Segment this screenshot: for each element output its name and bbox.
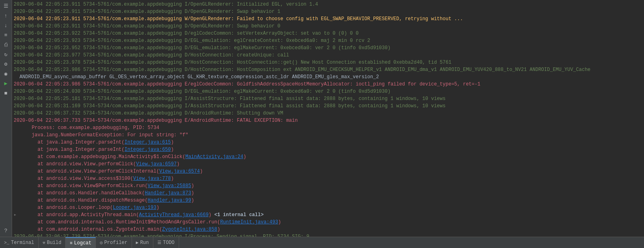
tab-profiler-label: Profiler	[104, 240, 128, 246]
stack-link[interactable]: ActivityThread.java:6669	[139, 212, 208, 218]
log-line: at com.android.internal.os.ZygoteInit.ma…	[14, 226, 642, 233]
stack-link[interactable]: Handler.java:99	[148, 198, 191, 203]
log-line: at android.view.View$PerformClick.run(Vi…	[14, 182, 642, 190]
tab-build-label: Build	[47, 240, 61, 246]
log-line: Process: com.example.appdebugging, PID: …	[14, 124, 642, 131]
help-icon[interactable]: ?	[2, 226, 10, 235]
log-line: ▸ at android.app.ActivityThread.main(Act…	[14, 211, 642, 219]
build-icon: ⚒	[43, 240, 45, 245]
log-line: 2020-06-04 22:06:37.733 5734-5734/com.ex…	[14, 117, 642, 124]
log-line: 2020-06-04 22:05:23.922 5734-5761/com.ex…	[14, 30, 642, 37]
print-icon[interactable]: ⎙	[2, 40, 10, 49]
stop-icon[interactable]: ■	[2, 89, 10, 98]
run-icon: ▶	[136, 240, 139, 245]
log-line: 2020-06-04 22:05:23.911 5734-5761/com.ex…	[14, 8, 642, 15]
stack-link[interactable]: View.java:6574	[159, 169, 200, 174]
refresh-icon[interactable]: ↻	[2, 50, 10, 59]
stack-link[interactable]: Integer.java:615	[124, 140, 171, 145]
log-line: 2020-06-04 22:05:23.923 5734-5761/com.ex…	[14, 37, 642, 44]
camera-icon[interactable]: ◉	[2, 69, 10, 78]
log-line: 2020-06-04 22:05:23.986 5734-5761/com.ex…	[14, 66, 642, 73]
stack-link[interactable]: MainActivity.java:24	[185, 154, 243, 160]
tab-run[interactable]: ▶ Run	[132, 237, 153, 248]
log-line: 2020-06-04 22:05:23.911 5734-5761/com.ex…	[14, 23, 642, 30]
log-line: 2020-06-04 22:05:25.181 5734-5734/com.ex…	[14, 95, 642, 102]
tab-profiler[interactable]: ◎ Profiler	[96, 237, 132, 248]
main-area: ☰ ↑ ↓ ≡ ⎙ ↻ ⚙ ◉ ▶ ■ ? 2020-06-04 22:05:2…	[0, 0, 644, 237]
scroll-down-icon[interactable]: ↓	[2, 21, 10, 30]
log-line: at android.view.View.performClickInterna…	[14, 168, 642, 175]
stack-link[interactable]: View.java:25885	[148, 183, 191, 189]
stack-link[interactable]: View.java:6597	[136, 161, 177, 167]
log-line: 2020-06-04 22:05:23.911 5734-5761/com.ex…	[14, 15, 642, 23]
log-line: 2020-06-04 22:05:31.169 5734-5734/com.ex…	[14, 102, 642, 110]
log-line: 2020-06-04 22:05:23.977 5734-5761/com.ex…	[14, 52, 642, 59]
terminal-icon: >_	[4, 240, 9, 245]
todo-icon: ☰	[157, 240, 161, 245]
menu-icon[interactable]: ☰	[2, 2, 10, 10]
tab-run-label: Run	[140, 240, 149, 246]
stack-link[interactable]: ZygoteInit.java:858	[162, 227, 217, 232]
tab-terminal-label: Terminal	[11, 240, 34, 246]
expand-icon[interactable]: ▸	[14, 211, 20, 219]
scroll-up-icon[interactable]: ↑	[2, 11, 10, 20]
logcat-icon: ≡	[70, 241, 72, 246]
log-line: 2020-06-04 22:05:23.978 5734-5761/com.ex…	[14, 59, 642, 66]
log-line: 2020-06-04 22:05:23.986 5734-5761/com.ex…	[14, 81, 642, 88]
stack-link[interactable]: Looper.java:193	[113, 205, 156, 210]
log-line: at android.os.Looper.loop(Looper.java:19…	[14, 204, 642, 211]
settings-icon[interactable]: ⚙	[2, 60, 10, 69]
log-line: at com.example.appdebugging.MainActivity…	[14, 153, 642, 160]
tab-todo[interactable]: ☰ TODO	[153, 237, 179, 248]
stack-link[interactable]: Integer.java:650	[124, 147, 171, 152]
tab-logcat[interactable]: ≡ Logcat	[66, 237, 96, 248]
filter-icon[interactable]: ≡	[2, 31, 10, 40]
bottom-tabs: >_ Terminal ⚒ Build ≡ Logcat ◎ Profiler …	[0, 237, 644, 248]
tab-logcat-label: Logcat	[74, 240, 91, 246]
log-line: 2020-06-04 22:06:37.739 5734-5734/com.ex…	[14, 233, 642, 237]
stack-link[interactable]: RuntimeInit.java:493	[220, 219, 278, 225]
play-icon[interactable]: ▶	[2, 79, 10, 88]
tab-todo-label: TODO	[163, 240, 175, 246]
log-line: at java.lang.Integer.parseInt(Integer.ja…	[14, 139, 642, 146]
log-line: at android.view.View.access$3100(View.ja…	[14, 175, 642, 182]
profiler-icon: ◎	[100, 240, 103, 245]
log-content[interactable]: 2020-06-04 22:05:23.911 5734-5761/com.ex…	[12, 0, 644, 237]
log-line: at android.os.Handler.dispatchMessage(Ha…	[14, 197, 642, 204]
log-line: at android.view.View.performClick(View.j…	[14, 160, 642, 168]
log-line: at java.lang.Integer.parseInt(Integer.ja…	[14, 146, 642, 153]
log-line: at android.os.Handler.handleCallback(Han…	[14, 190, 642, 197]
tab-build[interactable]: ⚒ Build	[39, 237, 66, 248]
stack-link[interactable]: Handler.java:873	[145, 190, 191, 196]
log-line: at com.android.internal.os.RuntimeInit$M…	[14, 219, 642, 226]
log-line: ANDROID_EMU_async_unmap_buffer GL_OES_ve…	[14, 73, 642, 81]
tab-terminal[interactable]: >_ Terminal	[0, 237, 39, 248]
stack-link[interactable]: View.java:778	[133, 176, 171, 181]
log-line: 2020-06-04 22:05:23.911 5734-5761/com.ex…	[14, 1, 642, 8]
log-line: java.lang.NumberFormatException: For inp…	[14, 131, 642, 139]
log-line: 2020-06-04 22:06:37.732 5734-5734/com.ex…	[14, 110, 642, 117]
log-line: 2020-06-04 22:05:24.030 5734-5761/com.ex…	[14, 88, 642, 95]
left-toolbar: ☰ ↑ ↓ ≡ ⎙ ↻ ⚙ ◉ ▶ ■ ?	[0, 0, 12, 237]
log-line: 2020-06-04 22:05:23.952 5734-5761/com.ex…	[14, 44, 642, 52]
